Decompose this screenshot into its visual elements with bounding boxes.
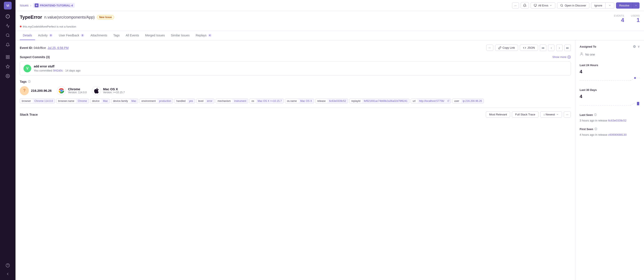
all-envs-button[interactable]: All Envs xyxy=(530,2,555,9)
resolve-group: Resolve xyxy=(616,2,640,9)
tag-os-name[interactable]: os.nameMac OS X xyxy=(285,99,314,103)
sidebar-icon-alerts[interactable] xyxy=(4,41,12,49)
tag-environment[interactable]: environmentproduction xyxy=(140,99,173,103)
main-panel: Event ID: 04dcf6ce Jul 25, 6:56 PM ··· C… xyxy=(16,40,575,280)
copy-link-button[interactable]: Copy Link xyxy=(495,45,518,51)
tab-details[interactable]: Details xyxy=(20,31,35,40)
error-value: n.value(src/components/App) xyxy=(44,15,95,20)
ignore-button[interactable]: Ignore xyxy=(591,2,605,9)
tag-os[interactable]: osMac OS X >=10.15.7 xyxy=(250,99,284,103)
assigned-to-title: Assigned To ⚙ ∨ xyxy=(580,45,640,49)
sidebar-icon-performance[interactable] xyxy=(4,22,12,30)
avatar[interactable]: VI xyxy=(4,2,12,10)
last-seen-info-icon[interactable]: ⓘ xyxy=(594,113,597,117)
breadcrumb-issues[interactable]: Issues xyxy=(20,4,28,7)
main-content: Issues › FRONTEND-TUTORIAL-4 ··· All Env… xyxy=(16,0,644,280)
tab-similar[interactable]: Similar Issues xyxy=(168,31,193,40)
tag-browser-name[interactable]: browser.nameChrome xyxy=(56,99,89,103)
sidebar-icon-discover[interactable] xyxy=(4,31,12,40)
newest-button[interactable]: ↕ Newest xyxy=(540,111,562,118)
commit-avatar: V xyxy=(24,65,31,72)
resolve-button[interactable]: Resolve xyxy=(616,2,632,9)
sidebar-icon-issues[interactable] xyxy=(4,12,12,21)
tag-ip-icon: ? xyxy=(20,86,29,95)
breadcrumb-sep: › xyxy=(30,4,31,7)
tab-activity[interactable]: Activity 0 xyxy=(35,31,56,40)
tag-ip-info: 216.200.96.26 xyxy=(31,89,52,92)
tab-attachments[interactable]: Attachments xyxy=(88,31,110,40)
json-button[interactable]: JSON xyxy=(520,45,538,51)
tab-user-feedback[interactable]: User Feedback 0 xyxy=(56,31,88,40)
project-badge[interactable]: FRONTEND-TUTORIAL-4 xyxy=(33,3,75,8)
nav-first[interactable]: ⏮ xyxy=(540,45,546,51)
sidebar-icon-dashboards[interactable] xyxy=(4,53,12,61)
show-more-button[interactable]: Show more xyxy=(552,55,571,59)
tag-mechanism[interactable]: mechanisminstrument xyxy=(216,99,248,103)
tag-browser[interactable]: browserChrome 114.0.0 xyxy=(20,99,55,103)
tab-merged[interactable]: Merged Issues xyxy=(142,31,168,40)
tag-level[interactable]: levelerror xyxy=(196,99,214,103)
ignore-group: Ignore xyxy=(591,2,614,9)
svg-line-25 xyxy=(448,100,449,101)
resolve-dropdown[interactable] xyxy=(632,2,640,9)
sidebar-icon-releases[interactable] xyxy=(4,62,12,71)
notifications-button[interactable] xyxy=(521,2,529,9)
more-button[interactable]: ··· xyxy=(512,2,519,9)
tags-info-icon[interactable]: ⓘ xyxy=(28,80,30,84)
tag-device[interactable]: deviceMac xyxy=(90,99,110,103)
last-seen-release[interactable]: 6c63e0339c52 xyxy=(608,119,626,122)
tag-release[interactable]: release6c63e0339c52 xyxy=(315,99,348,103)
tag-chrome-icon xyxy=(57,86,66,95)
nav-prev[interactable]: ‹ xyxy=(548,45,554,51)
svg-rect-8 xyxy=(6,58,8,59)
assigned-to-section: Assigned To ⚙ ∨ No one xyxy=(580,45,640,58)
first-seen-section: First Seen ⓘ 4 hours ago in release c606… xyxy=(580,127,640,136)
chevron-down-icon[interactable]: ∨ xyxy=(638,45,640,48)
tab-tags[interactable]: Tags xyxy=(110,31,123,40)
tab-all-events[interactable]: All Events xyxy=(123,31,142,40)
commit-hash[interactable]: 5f42d0c xyxy=(53,69,63,72)
stack-more-button[interactable]: ··· xyxy=(564,111,571,118)
gear-icon[interactable]: ⚙ xyxy=(633,45,636,49)
project-label: FRONTEND-TUTORIAL-4 xyxy=(40,4,73,7)
assignee-person-icon xyxy=(580,52,584,57)
sidebar-divider xyxy=(4,51,12,51)
first-seen-release[interactable]: c60690688130 xyxy=(608,133,626,136)
issue-title: TypeError n.value(src/components/App) Ne… xyxy=(20,15,114,20)
tag-chrome-label: Chrome xyxy=(68,87,87,91)
commit-title: add error stuff xyxy=(34,65,567,68)
ignore-dropdown[interactable] xyxy=(605,2,614,9)
new-issue-badge: New Issue xyxy=(97,15,114,19)
commit-info: add error stuff You committed 5f42d0c · … xyxy=(34,65,567,72)
nav-last[interactable]: ⏭ xyxy=(564,45,571,51)
tag-url[interactable]: url http://localhost:57756/ xyxy=(411,99,451,103)
most-relevant-button[interactable]: Most Relevant xyxy=(486,111,510,118)
svg-line-32 xyxy=(630,103,635,105)
sidebar-icon-help[interactable] xyxy=(4,261,12,270)
last-seen-section: Last Seen ⓘ 3 hours ago in release 6c63e… xyxy=(580,113,640,122)
event-more-button[interactable]: ··· xyxy=(486,45,493,51)
discover-button[interactable]: Open in Discover xyxy=(557,2,589,9)
stats: EVENTS 4 USERS 1 xyxy=(614,15,640,23)
full-stack-button[interactable]: Full Stack Trace xyxy=(512,111,538,118)
tag-replay-id[interactable]: replayIdfef921691ac74b66b2a36a02d78f6241 xyxy=(349,99,410,103)
tag-mac-sub: Version: >=10.15.7 xyxy=(103,91,125,94)
last-30d-count: 4 xyxy=(580,94,640,99)
tag-user[interactable]: userip:216.200.96.26 xyxy=(452,99,484,103)
event-timestamp[interactable]: Jul 25, 6:56 PM xyxy=(48,46,68,50)
tag-handled[interactable]: handledyes xyxy=(174,99,195,103)
nav-next[interactable]: › xyxy=(556,45,563,51)
tab-replays[interactable]: Replays 4 xyxy=(193,31,215,40)
assignee-row[interactable]: No one xyxy=(580,51,640,58)
first-seen-title: First Seen ⓘ xyxy=(580,127,640,131)
events-stat: EVENTS 4 xyxy=(614,15,624,23)
url-external-icon[interactable] xyxy=(446,99,451,103)
first-seen-info-icon[interactable]: ⓘ xyxy=(594,127,597,131)
issue-subtitle-text: this.myCodeIsMorePerfect is not a functi… xyxy=(23,25,76,28)
last-24h-title: Last 24 Hours xyxy=(580,64,640,67)
sidebar-icon-expand[interactable] xyxy=(4,270,12,278)
tag-mac-icon xyxy=(92,86,101,95)
sidebar-icon-settings[interactable] xyxy=(4,72,12,80)
tag-device-family[interactable]: device.familyMac xyxy=(111,99,138,103)
svg-line-17 xyxy=(562,6,563,7)
